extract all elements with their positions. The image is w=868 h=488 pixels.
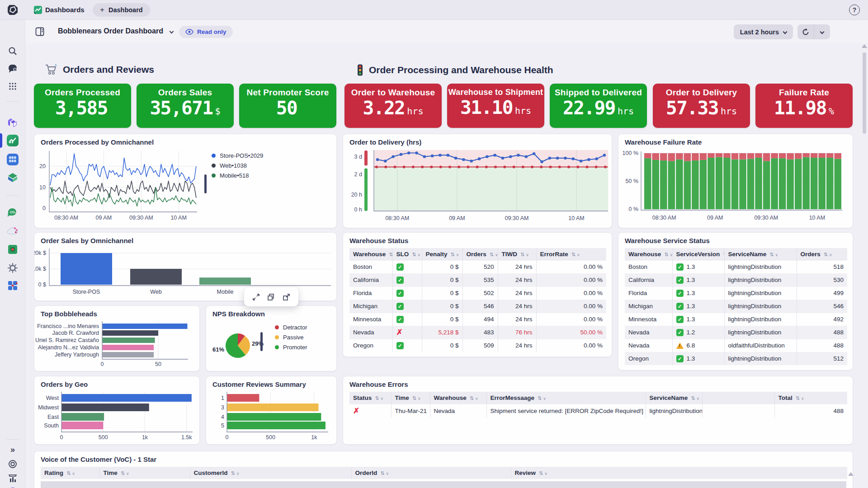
help-icon[interactable]: ? [849,5,860,15]
column-header[interactable]: Time⇅∨ [99,467,190,479]
filter-chevron-icon[interactable]: ∨ [418,396,421,401]
filter-chevron-icon[interactable]: ∨ [495,253,498,257]
column-header[interactable]: ErrorMessaage⇅∨ [486,392,646,404]
sort-icon[interactable]: ⇅ [412,395,416,401]
sort-icon[interactable]: ⇅ [380,470,384,476]
column-header[interactable]: Total⇅∨ [774,392,847,404]
panel-title[interactable]: Warehouse Status [349,237,408,244]
filter-chevron-icon[interactable]: ∨ [670,253,673,257]
legend-item[interactable]: Store-POS•2029 [212,152,263,159]
chart-legend[interactable]: Store-POS•2029Web•1038Mobile•518 [212,152,263,179]
teal-3d-app-icon[interactable] [7,172,19,183]
target-icon[interactable] [7,458,19,470]
panel-orders-processed-by-omnichannel[interactable]: Orders Processed by Omnichannel 0102008:… [34,134,337,228]
filter-chevron-icon[interactable]: ∨ [775,253,778,257]
duplicate-icon[interactable] [267,293,275,301]
panel-top-bobbleheads[interactable]: Top Bobbleheads 050Francisco ...ino Mena… [34,305,200,371]
gear-globe-app-icon[interactable] [7,262,19,274]
scrollbar-thumb[interactable] [863,52,866,134]
sort-icon[interactable]: ⇅ [538,395,542,401]
sort-icon[interactable]: ⇅ [389,252,392,257]
legend-item[interactable]: Promoter [275,344,307,351]
filter-chevron-icon[interactable]: ∨ [544,471,547,476]
purple-boxes-app-icon[interactable] [7,117,19,129]
apps-grid-icon[interactable] [7,80,19,92]
column-header[interactable]: CustomerId⇅∨ [190,467,351,479]
refresh-interval-button[interactable] [814,24,830,39]
search-icon[interactable] [7,45,19,57]
table-app-icon[interactable] [7,154,19,165]
sort-icon[interactable]: ⇅ [769,252,774,257]
dashboard-title[interactable]: Bobblenears Order Dashboard [58,27,163,35]
panel-voice-of-customer[interactable]: Voice of the Customer (VoC) - 1 Star Rat… [34,451,853,488]
cloud-ml-app-icon[interactable] [7,225,19,237]
co2-app-icon[interactable]: CO₂ [7,207,19,219]
legend-item[interactable]: Web•1038 [212,162,263,169]
expand-icon[interactable] [252,293,260,301]
column-header[interactable]: Penalty⇅∨ [422,248,462,260]
app-logo-icon[interactable] [7,4,19,16]
panel-title[interactable]: Warehouse Errors [349,380,408,388]
column-header[interactable]: Orders⇅∨ [462,248,498,260]
voc-horizontal-scrollbar[interactable] [41,481,846,488]
filter-chevron-icon[interactable]: ∨ [526,253,529,257]
column-header[interactable] [702,392,774,404]
filter-chevron-icon[interactable]: ∨ [801,396,804,401]
column-header[interactable]: OrderId⇅∨ [351,467,511,479]
open-in-new-icon[interactable] [283,293,290,301]
column-header[interactable]: Status⇅∨ [349,392,391,404]
sort-icon[interactable]: ⇅ [66,470,71,476]
filter-chevron-icon[interactable]: ∨ [126,471,129,476]
sort-icon[interactable]: ⇅ [121,470,125,476]
filter-chevron-icon[interactable]: ∨ [697,396,700,401]
legend-scrollbar[interactable] [204,174,207,193]
sort-icon[interactable]: ⇅ [664,252,668,257]
panel-warehouse-service-status[interactable]: Warehouse Service Status Warehouse⇅∨Serv… [618,232,853,371]
column-header[interactable]: Review⇅∨ [511,467,847,479]
panel-warehouse-failure-rate[interactable]: Warehouse Failure Rate 0 %50 %100 %08:30… [618,134,853,228]
sort-icon[interactable]: ⇅ [470,395,474,401]
chart-frame-icon[interactable] [7,473,19,484]
sort-icon[interactable]: ⇅ [824,252,828,257]
filter-chevron-icon[interactable]: ∨ [72,471,75,476]
column-header[interactable]: ServiceVersion⇅∨ [672,248,724,260]
sort-icon[interactable]: ⇅ [796,395,800,401]
tab-dashboard[interactable]: + Dashboard [93,3,150,17]
column-header[interactable]: SLO⇅∨ [392,248,422,260]
column-header[interactable]: Orders⇅∨ [797,248,847,260]
cube-app-icon[interactable] [7,244,19,255]
column-header[interactable]: Rating⇅∨ [41,467,99,479]
column-header[interactable]: TIWD⇅∨ [498,248,536,260]
column-header[interactable]: Warehouse⇅∨ [349,248,392,260]
assistant-icon[interactable] [7,63,19,75]
scroll-up-icon[interactable] [848,472,854,476]
grid-blue-app-icon[interactable] [7,280,19,291]
sort-icon[interactable]: ⇅ [571,252,576,257]
sort-icon[interactable]: ⇅ [539,470,543,476]
filter-chevron-icon[interactable]: ∨ [456,253,459,257]
sort-icon[interactable]: ⇅ [691,395,695,401]
panel-nps-breakdown[interactable]: NPS Breakdown 61%29% DetractorPassivePro… [206,305,337,371]
sort-icon[interactable]: ⇅ [490,252,494,257]
filter-chevron-icon[interactable]: ∨ [475,396,478,401]
filter-chevron-icon[interactable]: ∨ [543,396,546,401]
panel-orders-by-geo[interactable]: Orders by Geo 05001k1.5kWestMidwestEastS… [34,376,200,445]
vertical-scrollbar[interactable] [862,44,867,488]
dashboard-panel-icon[interactable] [35,27,44,36]
chart-legend[interactable]: DetractorPassivePromoter [275,324,307,351]
filter-chevron-icon[interactable]: ∨ [417,253,420,257]
column-header[interactable]: Warehouse⇅∨ [625,248,672,260]
filter-chevron-icon[interactable]: ∨ [380,396,383,401]
filter-chevron-icon[interactable]: ∨ [386,471,389,476]
sort-icon[interactable]: ⇅ [231,470,235,476]
legend-item[interactable]: Detractor [275,324,307,331]
panel-customer-reviews-summary[interactable]: Customer Reviews Summary 05001k1345 [206,376,337,445]
legend-item[interactable]: Mobile•518 [212,172,263,179]
column-header[interactable]: ErrorRate⇅∨ [536,248,606,260]
panel-order-to-delivery[interactable]: Order to Delivery (hrs) 0 h20 h2 d3 d08:… [343,134,612,228]
column-header[interactable]: ServiceName⇅∨ [724,248,797,260]
filter-chevron-icon[interactable]: ∨ [236,471,240,476]
panel-warehouse-errors[interactable]: Warehouse Errors Status⇅∨Time⇅∨Warehouse… [343,376,853,445]
read-only-badge[interactable]: Read only [179,26,233,38]
legend-item[interactable]: Passive [275,334,307,341]
